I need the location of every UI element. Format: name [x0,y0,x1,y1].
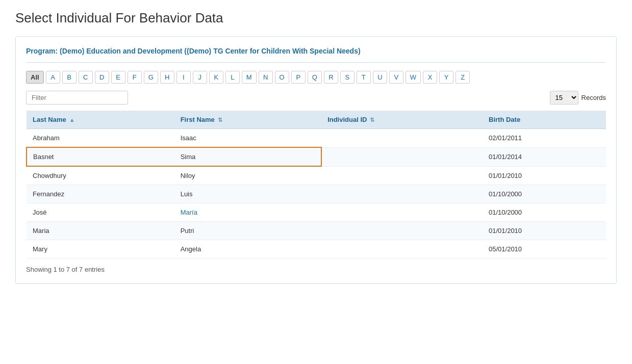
alpha-btn-i[interactable]: I [176,71,191,84]
cell-last_name: Fernandez [27,185,174,203]
alpha-btn-u[interactable]: U [373,71,387,84]
individuals-table: Last Name▲First Name⇅Individual ID⇅Birth… [26,111,606,258]
cell-last_name: Abraham [27,129,174,148]
alpha-btn-e[interactable]: E [111,71,125,84]
alpha-btn-g[interactable]: G [144,71,158,84]
table-row[interactable]: JoséMaría01/10/2000 [27,203,606,222]
alpha-btn-s[interactable]: S [340,71,355,84]
cell-individual_id [321,129,483,148]
alpha-btn-h[interactable]: H [160,71,174,84]
cell-individual_id [321,147,483,166]
cell-first_name: Niloy [174,166,321,185]
table-row[interactable]: FernandezLuis01/10/2000 [27,185,606,203]
cell-first_name: Putri [174,222,321,240]
alpha-btn-a[interactable]: A [46,71,60,84]
cell-first_name: Sima [174,147,321,166]
table-body: AbrahamIsaac02/01/2011BasnetSima01/01/20… [27,129,606,258]
alpha-btn-j[interactable]: J [193,71,207,84]
cell-first_name: Angela [174,240,321,258]
cell-birth_date: 01/10/2000 [483,185,606,203]
records-label: Records [582,94,606,101]
main-panel: Program: (Demo) Education and Developmen… [15,36,617,284]
alpha-btn-o[interactable]: O [275,71,289,84]
col-header-individual_id[interactable]: Individual ID⇅ [321,111,483,129]
alpha-btn-t[interactable]: T [357,71,371,84]
alpha-btn-k[interactable]: K [209,71,223,84]
alpha-btn-f[interactable]: F [128,71,142,84]
cell-last_name: Chowdhury [27,166,174,185]
alpha-btn-l[interactable]: L [225,71,240,84]
toolbar: 10152550100 Records [26,91,606,105]
alpha-filter: AllABCDEFGHIJKLMNOPQRSTUVWXYZ [26,71,606,84]
program-label: Program: (Demo) Education and Developmen… [26,47,606,63]
table-row[interactable]: AbrahamIsaac02/01/2011 [27,129,606,148]
cell-birth_date: 01/01/2010 [483,222,606,240]
cell-birth_date: 01/01/2014 [483,147,606,166]
cell-first_name: María [174,203,321,222]
cell-birth_date: 02/01/2011 [483,129,606,148]
cell-first_name: Isaac [174,129,321,148]
sort-icon-first_name: ⇅ [218,117,222,123]
alpha-btn-p[interactable]: P [291,71,306,84]
table-row[interactable]: BasnetSima01/01/2014 [27,147,606,166]
alpha-btn-b[interactable]: B [62,71,77,84]
col-header-first_name[interactable]: First Name⇅ [174,111,321,129]
cell-last_name: José [27,203,174,222]
records-per-page-select[interactable]: 10152550100 [550,91,578,105]
alpha-btn-m[interactable]: M [242,71,257,84]
alpha-btn-c[interactable]: C [79,71,93,84]
cell-first_name: Luis [174,185,321,203]
cell-birth_date: 01/10/2000 [483,203,606,222]
table-row[interactable]: MariaPutri01/01/2010 [27,222,606,240]
col-header-birth_date: Birth Date [483,111,606,129]
alpha-btn-q[interactable]: Q [308,71,322,84]
sort-icon-last_name: ▲ [69,117,75,123]
cell-last_name: Basnet [27,147,174,166]
alpha-btn-n[interactable]: N [259,71,273,84]
cell-individual_id [321,222,483,240]
cell-last_name: Mary [27,240,174,258]
cell-last_name: Maria [27,222,174,240]
sort-icon-individual_id: ⇅ [370,117,374,123]
table-header-row: Last Name▲First Name⇅Individual ID⇅Birth… [27,111,606,129]
alpha-btn-x[interactable]: X [423,71,437,84]
table-row[interactable]: ChowdhuryNiloy01/01/2010 [27,166,606,185]
alpha-btn-z[interactable]: Z [456,71,470,84]
cell-individual_id [321,240,483,258]
alpha-btn-r[interactable]: R [324,71,338,84]
alpha-btn-v[interactable]: V [389,71,403,84]
alpha-btn-y[interactable]: Y [439,71,453,84]
page-title: Select Individual For Behavior Data [15,10,617,26]
cell-birth_date: 05/01/2010 [483,240,606,258]
filter-input[interactable] [26,91,128,105]
cell-individual_id [321,203,483,222]
cell-individual_id [321,166,483,185]
records-control: 10152550100 Records [550,91,606,105]
cell-individual_id [321,185,483,203]
table-footer: Showing 1 to 7 of 7 entries [26,266,606,273]
alpha-btn-all[interactable]: All [26,71,44,84]
cell-birth_date: 01/01/2010 [483,166,606,185]
col-header-last_name[interactable]: Last Name▲ [27,111,174,129]
table-header: Last Name▲First Name⇅Individual ID⇅Birth… [27,111,606,129]
alpha-btn-w[interactable]: W [406,71,421,84]
alpha-btn-d[interactable]: D [95,71,109,84]
table-row[interactable]: MaryAngela05/01/2010 [27,240,606,258]
